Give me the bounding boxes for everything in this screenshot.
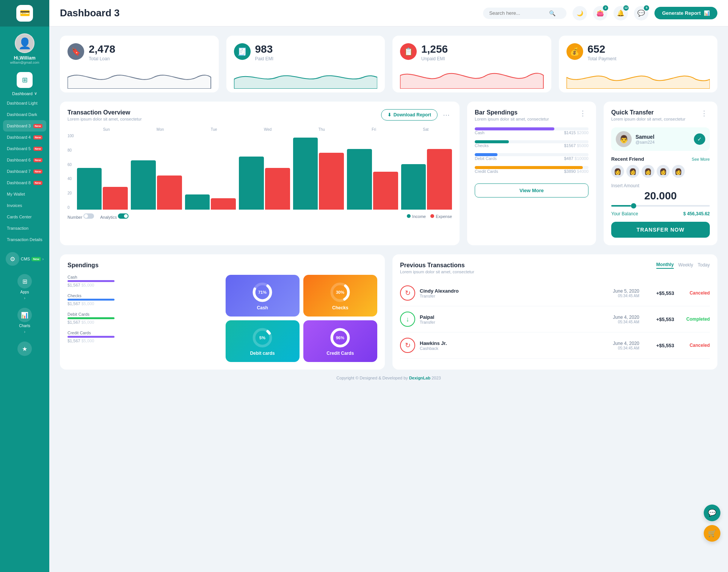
spending-checks-bar	[67, 299, 115, 301]
bar-sat-expense	[427, 149, 452, 210]
tx-status-1: Canceled	[683, 290, 710, 296]
transfer-now-button[interactable]: TRANSFER NOW	[611, 222, 710, 238]
sidebar-item-cards[interactable]: Cards Center	[3, 211, 46, 223]
stat-card-total-loan: 🔖 2,478 Total Loan	[60, 36, 219, 92]
notifications-btn[interactable]: 🔔 12	[613, 6, 628, 20]
svg-text:71%: 71%	[258, 290, 267, 295]
friend-avatar-2[interactable]: 👩	[626, 165, 639, 178]
previous-transactions-card: Previous Transactions Lorem ipsum dolor …	[392, 254, 717, 370]
quick-transfer-title: Quick Transfer	[611, 109, 686, 116]
sidebar-item-dashboard3[interactable]: Dashboard 3 New	[3, 120, 46, 132]
generate-report-button[interactable]: Generate Report 📊	[654, 7, 717, 19]
search-icon: 🔍	[549, 10, 555, 16]
quick-transfer-more-button[interactable]: ⋮	[698, 109, 710, 118]
friend-avatar-3[interactable]: 👩	[642, 165, 654, 178]
balance-row: Your Balance $ 456,345.62	[611, 211, 710, 216]
total-loan-icon: 🔖	[67, 43, 84, 60]
analytics-legend: Analytics	[100, 215, 117, 219]
slider-fill	[611, 205, 631, 207]
message-icon: 💬	[637, 9, 645, 17]
bar-spendings-card: Bar Spendings Lorem ipsum dolor sit amet…	[467, 102, 596, 245]
transaction-overview-title: Transaction Overview	[67, 109, 142, 116]
tab-today[interactable]: Today	[698, 262, 710, 268]
see-more-link[interactable]: See More	[692, 157, 710, 161]
dashboard-label[interactable]: Dashboard ∨	[12, 91, 37, 96]
view-more-button[interactable]: View More	[475, 183, 588, 197]
tab-weekly[interactable]: Weekly	[678, 262, 693, 268]
svg-text:96%: 96%	[336, 335, 344, 340]
sidebar-item-invoices[interactable]: Invoices	[3, 200, 46, 211]
friend-avatar-1[interactable]: 👩	[611, 165, 624, 178]
tx-tabs: Monthly Weekly Today	[656, 262, 710, 269]
sidebar-item-transaction-details[interactable]: Transaction Details	[3, 234, 46, 245]
user-email: william@gmail.com	[10, 61, 39, 64]
insert-amount-label: Insert Amount	[611, 183, 710, 188]
tab-monthly[interactable]: Monthly	[656, 262, 674, 269]
avatar: 👤	[15, 33, 35, 53]
spending-item-debit: Debit Cards $1,567 $5,000	[67, 312, 220, 324]
sidebar-item-dashboard6[interactable]: Dashboard 6 New	[3, 154, 46, 166]
debit-bar-fill	[475, 153, 497, 156]
bar-spendings-more-button[interactable]: ⋮	[577, 109, 588, 118]
bar-wed-expense	[265, 168, 290, 210]
balance-label: Your Balance	[611, 211, 638, 216]
paid-emi-icon: 🧾	[234, 43, 251, 60]
analytics-toggle[interactable]	[118, 213, 129, 219]
more-options-button[interactable]: ⋯	[441, 111, 452, 119]
sidebar-item-dashboard5[interactable]: Dashboard 5 New	[3, 143, 46, 154]
tx-date-3: June 4, 2020 05:34:45 AM	[613, 341, 639, 350]
donut-credit: 96% Credit Cards	[303, 320, 377, 362]
amount-slider[interactable]	[611, 205, 710, 207]
sidebar-item-dashboard-dark[interactable]: Dashboard Dark	[3, 109, 46, 120]
messages-btn[interactable]: 💬 5	[634, 6, 648, 20]
tx-icon-1: ↻	[400, 285, 415, 301]
svg-text:30%: 30%	[336, 290, 344, 295]
transaction-overview-card: Transaction Overview Lorem ipsum dolor s…	[60, 102, 460, 245]
donut-checks: 30% Checks	[303, 275, 377, 317]
bar-spendings-subtitle: Lorem ipsum dolor sit amet, consectetur	[475, 117, 549, 121]
sidebar-item-cms[interactable]: ⚙ CMS New ›	[3, 249, 46, 269]
spending-row-checks: Checks $1567 $5000	[475, 140, 588, 148]
apps-icon: ⊞	[17, 274, 32, 288]
sidebar-item-dashboard-light[interactable]: Dashboard Light	[3, 97, 46, 109]
search-input[interactable]	[489, 10, 546, 16]
fab-support[interactable]: 💬	[704, 505, 720, 521]
bar-mon-income	[131, 160, 156, 210]
tx-date-1: June 5, 2020 05:34:45 AM	[613, 288, 639, 298]
sidebar-item-star[interactable]: ★	[0, 338, 49, 360]
donut-cash: 71% Cash	[226, 275, 300, 317]
sidebar-item-dashboard4[interactable]: Dashboard 4 New	[3, 132, 46, 143]
unpaid-emi-icon: 📋	[400, 43, 417, 60]
sidebar-item-apps[interactable]: ⊞ Apps ›	[0, 270, 49, 304]
footer-brand-link[interactable]: DexignLab	[409, 376, 430, 380]
wallet-icon: 👛	[596, 9, 604, 17]
stat-card-unpaid-emi: 📋 1,256 Unpaid EMI	[392, 36, 551, 92]
number-toggle[interactable]	[83, 213, 94, 219]
wallet-btn[interactable]: 👛 2	[593, 6, 607, 20]
bar-tue-expense	[211, 198, 236, 210]
friend-avatar-4[interactable]: 👩	[657, 165, 670, 178]
fab-cart[interactable]: 🛒	[704, 525, 720, 542]
search-box[interactable]: 🔍	[483, 8, 566, 19]
spending-item-cash: Cash $1,567 $5,000	[67, 275, 220, 287]
dashboard-icon-btn[interactable]: ⊞	[17, 72, 33, 88]
spending-debit-bar	[67, 317, 115, 319]
sidebar-item-transaction[interactable]: Transaction	[3, 223, 46, 234]
theme-toggle-btn[interactable]: 🌙	[573, 6, 587, 20]
sidebar-item-charts[interactable]: 📊 Charts ›	[0, 304, 49, 338]
bell-icon: 🔔	[617, 9, 624, 17]
tx-row-1: ↻ Cindy Alexandro Transfer June 5, 2020 …	[400, 280, 710, 306]
transaction-list: ↻ Cindy Alexandro Transfer June 5, 2020 …	[400, 280, 710, 359]
spendings-card: Spendings Cash $1,567 $5,000 Checks $1,5…	[60, 254, 385, 370]
friend-avatar-5[interactable]: 👩	[672, 165, 685, 178]
sidebar-item-wallet[interactable]: My Wallet	[3, 188, 46, 200]
cash-bar-fill	[475, 127, 554, 130]
tx-icon-2: ↓	[400, 312, 415, 327]
download-report-button[interactable]: ⬇ Download Report	[381, 109, 438, 121]
donut-cards: 71% Cash 30% Checks	[226, 275, 378, 362]
tx-amount-2: +$5,553	[651, 317, 674, 322]
sidebar-item-dashboard8[interactable]: Dashboard 8 New	[3, 177, 46, 188]
tx-icon-3: ↻	[400, 338, 415, 353]
sidebar-item-dashboard7[interactable]: Dashboard 7 New	[3, 166, 46, 177]
stat-card-total-payment: 💰 652 Total Payment	[559, 36, 718, 92]
